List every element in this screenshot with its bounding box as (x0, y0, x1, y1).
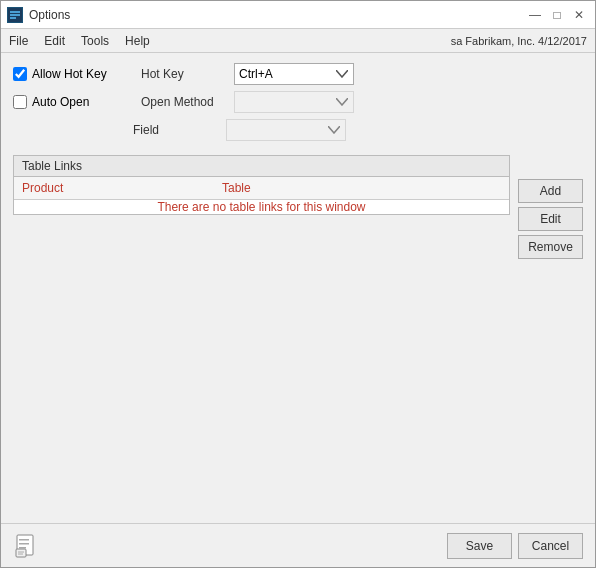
minimize-button[interactable]: — (525, 6, 545, 24)
svg-rect-5 (19, 539, 29, 541)
side-buttons: Add Edit Remove (518, 151, 583, 513)
auto-open-checkbox[interactable] (13, 95, 27, 109)
save-button[interactable]: Save (447, 533, 512, 559)
menu-tools[interactable]: Tools (73, 32, 117, 50)
auto-open-label[interactable]: Auto Open (13, 95, 133, 109)
field-row: Field (133, 119, 583, 141)
allow-hotkey-checkbox[interactable] (13, 67, 27, 81)
window-title: Options (29, 8, 525, 22)
maximize-button[interactable]: □ (547, 6, 567, 24)
svg-rect-3 (10, 17, 16, 19)
col-header-table: Table (214, 179, 509, 197)
cancel-button[interactable]: Cancel (518, 533, 583, 559)
open-method-label: Open Method (141, 95, 226, 109)
svg-rect-6 (19, 543, 29, 545)
svg-rect-1 (10, 11, 20, 13)
auto-open-row: Auto Open Open Method (13, 91, 583, 113)
table-links-body: There are no table links for this window (14, 200, 509, 214)
menu-help[interactable]: Help (117, 32, 158, 50)
open-method-select[interactable] (234, 91, 354, 113)
hot-key-select[interactable]: Ctrl+A (234, 63, 354, 85)
table-links-header: Table Links (14, 156, 509, 177)
main-area: Table Links Product Table There are no t… (13, 151, 583, 513)
remove-button[interactable]: Remove (518, 235, 583, 259)
hot-key-label: Hot Key (141, 67, 226, 81)
menu-bar: File Edit Tools Help sa Fabrikam, Inc. 4… (1, 29, 595, 53)
edit-button[interactable]: Edit (518, 207, 583, 231)
svg-rect-2 (10, 14, 20, 16)
options-window: Options — □ ✕ File Edit Tools Help sa Fa… (0, 0, 596, 568)
table-links-columns: Product Table (14, 177, 509, 200)
title-bar: Options — □ ✕ (1, 1, 595, 29)
no-links-message: There are no table links for this window (157, 200, 365, 214)
bottom-bar: Save Cancel (1, 523, 595, 567)
svg-rect-8 (16, 549, 26, 557)
field-select[interactable] (226, 119, 346, 141)
allow-hotkey-row: Allow Hot Key Hot Key Ctrl+A (13, 63, 583, 85)
content-area: Allow Hot Key Hot Key Ctrl+A Auto Open O… (1, 53, 595, 523)
field-label: Field (133, 123, 218, 137)
table-links-section: Table Links Product Table There are no t… (13, 155, 510, 215)
add-button[interactable]: Add (518, 179, 583, 203)
col-header-product: Product (14, 179, 214, 197)
dialog-buttons: Save Cancel (447, 533, 583, 559)
app-icon (7, 7, 23, 23)
allow-hotkey-label[interactable]: Allow Hot Key (13, 67, 133, 81)
table-links-area: Table Links Product Table There are no t… (13, 151, 510, 513)
doc-icon (13, 532, 41, 560)
close-button[interactable]: ✕ (569, 6, 589, 24)
session-info: sa Fabrikam, Inc. 4/12/2017 (451, 35, 595, 47)
menu-edit[interactable]: Edit (36, 32, 73, 50)
svg-rect-7 (19, 547, 26, 549)
menu-file[interactable]: File (1, 32, 36, 50)
window-controls: — □ ✕ (525, 6, 589, 24)
